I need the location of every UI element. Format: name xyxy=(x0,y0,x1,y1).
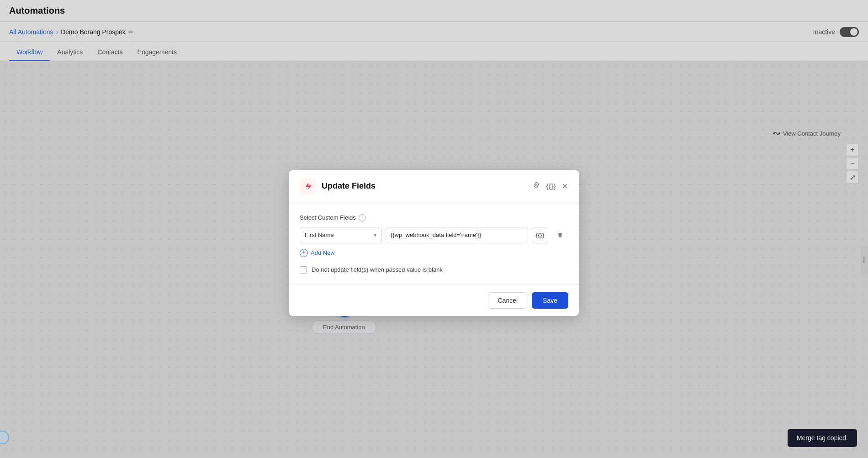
add-new-circle-icon: + xyxy=(300,249,308,257)
modal-lightning-icon xyxy=(303,182,312,191)
field-section-label: Select Custom Fields i xyxy=(300,214,568,221)
field-select-value: First Name xyxy=(305,232,334,238)
toast-message: Merge tag copied. xyxy=(797,434,848,442)
field-select-dropdown[interactable]: First Name ▾ xyxy=(300,227,382,243)
chevron-down-icon: ▾ xyxy=(374,232,377,238)
modal-title: Update Fields xyxy=(322,181,527,191)
cancel-button[interactable]: Cancel xyxy=(488,292,527,309)
modal-body: Select Custom Fields i First Name ▾ {​{}… xyxy=(289,203,579,284)
modal-header: Update Fields {​{}} ✕ xyxy=(289,170,579,203)
close-modal-icon[interactable]: ✕ xyxy=(561,181,568,191)
section-label-text: Select Custom Fields xyxy=(300,214,356,221)
link-svg xyxy=(532,181,540,189)
field-value-input[interactable] xyxy=(386,227,528,243)
link-icon[interactable] xyxy=(532,181,540,191)
modal-footer: Cancel Save xyxy=(289,284,579,316)
add-new-label: Add New xyxy=(311,249,335,256)
checkbox-row: Do not update field(s) when passed value… xyxy=(300,266,568,274)
modal-header-icon xyxy=(300,178,316,195)
no-update-checkbox[interactable] xyxy=(300,266,307,274)
add-new-button[interactable]: + Add New xyxy=(300,249,568,257)
merge-tag-icon[interactable]: {​{}} xyxy=(546,183,556,190)
trash-icon xyxy=(556,232,564,239)
toast-notification: Merge tag copied. xyxy=(788,429,857,447)
field-row: First Name ▾ {​{}} xyxy=(300,227,568,243)
checkbox-label: Do not update field(s) when passed value… xyxy=(312,266,443,273)
info-icon[interactable]: i xyxy=(359,214,366,221)
save-button[interactable]: Save xyxy=(532,292,568,309)
update-fields-modal: Update Fields {​{}} ✕ Select Custom Fiel… xyxy=(289,170,579,316)
modal-overlay: Update Fields {​{}} ✕ Select Custom Fiel… xyxy=(0,0,868,458)
merge-tag-button[interactable]: {​{}} xyxy=(532,227,548,243)
delete-field-button[interactable] xyxy=(552,227,568,243)
modal-header-actions: {​{}} ✕ xyxy=(532,181,568,191)
